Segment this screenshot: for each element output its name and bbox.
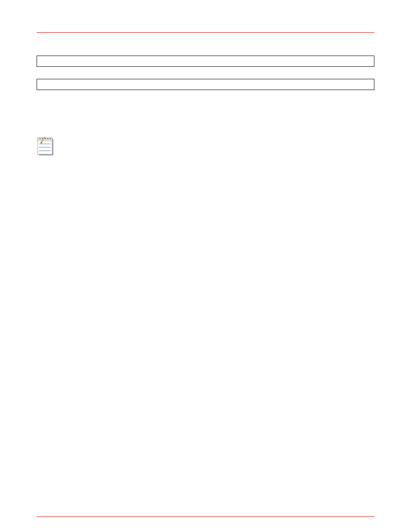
svg-point-6 [47,138,49,140]
svg-point-3 [40,138,41,140]
svg-rect-2 [37,138,52,141]
code-box-1 [37,56,374,67]
header-rule [37,32,374,33]
note-icon [37,137,54,158]
code-box-2 [37,79,374,90]
svg-point-7 [50,138,51,140]
footer-rule [37,516,374,517]
svg-point-5 [45,138,46,140]
